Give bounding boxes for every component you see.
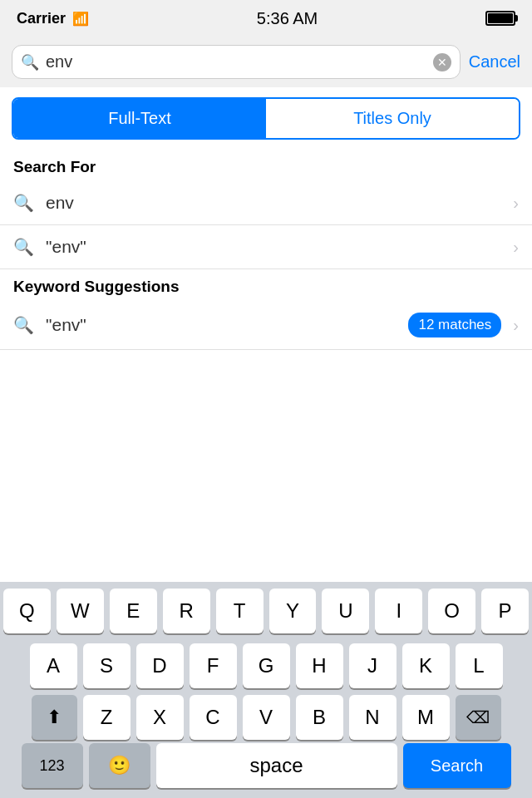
keyboard-row-3: ⬆ Z X C V B N M ⌫ [0, 692, 532, 740]
search-icon-item1: 🔍 [13, 193, 34, 213]
keyword-item-env-text: "env" [46, 315, 397, 335]
numbers-key[interactable]: 123 [22, 743, 83, 788]
key-j[interactable]: J [349, 643, 397, 688]
search-input[interactable] [46, 52, 426, 71]
key-y[interactable]: Y [269, 589, 317, 633]
key-b[interactable]: B [296, 695, 343, 740]
key-u[interactable]: U [322, 589, 369, 633]
search-icon-item3: 🔍 [13, 315, 34, 335]
key-p[interactable]: P [481, 589, 529, 633]
delete-key[interactable]: ⌫ [456, 695, 501, 740]
chevron-icon-2: › [513, 238, 519, 257]
key-n[interactable]: N [349, 695, 397, 740]
search-for-header: Search For [0, 150, 532, 181]
matches-badge: 12 matches [408, 313, 501, 337]
key-a[interactable]: A [30, 643, 77, 688]
key-h[interactable]: H [296, 643, 343, 688]
battery-icon [485, 11, 515, 26]
emoji-key[interactable]: 🙂 [89, 743, 150, 788]
search-item-env-text: env [46, 193, 501, 213]
keyboard-bottom-row: 123 🙂 space Search [0, 740, 532, 798]
key-f[interactable]: F [190, 643, 237, 688]
key-z[interactable]: Z [83, 695, 131, 740]
keyboard-row-1: Q W E R T Y U I O P [0, 582, 532, 637]
segment-titles-only[interactable]: Titles Only [266, 99, 519, 138]
key-e[interactable]: E [110, 589, 157, 633]
segment-full-text[interactable]: Full-Text [13, 99, 266, 138]
status-left: Carrier 📶 [17, 10, 89, 27]
keyboard: Q W E R T Y U I O P A S D F G H J K L ⬆ … [0, 582, 532, 798]
key-x[interactable]: X [136, 695, 184, 740]
key-w[interactable]: W [57, 589, 104, 633]
key-s[interactable]: S [83, 643, 131, 688]
search-item-env[interactable]: 🔍 env › [0, 181, 532, 225]
status-time: 5:36 AM [257, 9, 318, 28]
wifi-icon: 📶 [72, 11, 89, 27]
key-g[interactable]: G [243, 643, 290, 688]
keyword-suggestions-header: Keyword Suggestions [0, 269, 532, 301]
shift-key[interactable]: ⬆ [32, 695, 77, 740]
keyboard-row-2: A S D F G H J K L [0, 637, 532, 692]
key-k[interactable]: K [402, 643, 450, 688]
status-right [485, 11, 515, 26]
key-i[interactable]: I [375, 589, 422, 633]
key-v[interactable]: V [243, 695, 290, 740]
cancel-button[interactable]: Cancel [469, 52, 520, 71]
key-o[interactable]: O [428, 589, 475, 633]
search-item-env-quoted[interactable]: 🔍 "env" › [0, 225, 532, 269]
chevron-icon-3: › [513, 316, 519, 335]
space-key[interactable]: space [156, 743, 397, 788]
search-input-wrapper: 🔍 ✕ [12, 45, 461, 79]
key-m[interactable]: M [402, 695, 450, 740]
key-c[interactable]: C [190, 695, 237, 740]
clear-button[interactable]: ✕ [433, 53, 451, 71]
segment-control: Full-Text Titles Only [12, 97, 520, 140]
search-key[interactable]: Search [403, 743, 511, 788]
key-d[interactable]: D [136, 643, 184, 688]
status-bar: Carrier 📶 5:36 AM [0, 0, 532, 37]
carrier-label: Carrier [17, 10, 66, 27]
key-q[interactable]: Q [3, 589, 51, 633]
search-icon: 🔍 [21, 53, 39, 71]
keyword-item-env[interactable]: 🔍 "env" 12 matches › [0, 301, 532, 350]
key-l[interactable]: L [456, 643, 503, 688]
chevron-icon-1: › [513, 194, 519, 213]
search-icon-item2: 🔍 [13, 237, 34, 257]
search-bar: 🔍 ✕ Cancel [0, 37, 532, 87]
search-item-env-quoted-text: "env" [46, 237, 501, 257]
key-t[interactable]: T [216, 589, 264, 633]
key-r[interactable]: R [163, 589, 210, 633]
